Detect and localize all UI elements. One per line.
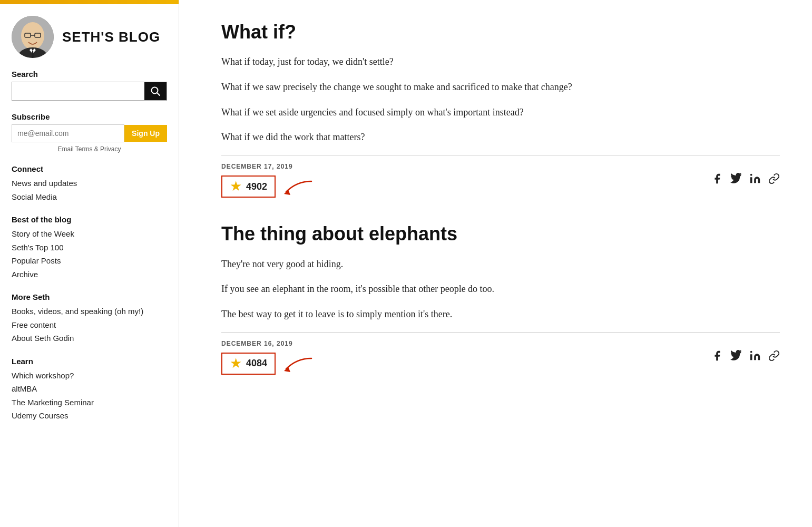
sidebar-item-seths-top-100[interactable]: Seth's Top 100 — [12, 241, 167, 255]
subscribe-section: Subscribe Sign Up Email Terms & Privacy — [12, 112, 167, 153]
sidebar-item-social-media[interactable]: Social Media — [12, 190, 167, 204]
social-icons-2 — [711, 350, 780, 365]
email-terms: Email Terms & Privacy — [12, 145, 167, 153]
post-paragraph: The best way to get it to leave is to si… — [221, 307, 780, 323]
link-icon-2[interactable] — [768, 350, 780, 365]
more-seth-label: More Seth — [12, 292, 167, 301]
post-title-2: The thing about elephants — [221, 223, 780, 245]
arrow-annotation-1 — [281, 177, 312, 196]
post-footer-2: DECEMBER 16, 2019 ★ 4084 — [221, 332, 780, 375]
email-field[interactable] — [12, 124, 124, 142]
social-icons-1 — [711, 173, 780, 188]
linkedin-icon-2[interactable] — [749, 350, 761, 365]
sidebar-item-free-content[interactable]: Free content — [12, 318, 167, 332]
star-rating-box-1[interactable]: ★ 4902 — [221, 175, 276, 198]
learn-section: Learn Which workshop? altMBA The Marketi… — [12, 357, 167, 423]
post-body-1: What if today, just for today, we didn't… — [221, 54, 780, 145]
svg-point-15 — [750, 350, 752, 353]
star-count-2: 4084 — [246, 358, 267, 369]
svg-line-9 — [157, 93, 160, 95]
star-icon-2: ★ — [230, 357, 242, 370]
search-icon — [151, 86, 160, 96]
star-count-1: 4902 — [246, 181, 267, 192]
sidebar-item-udemy[interactable]: Udemy Courses — [12, 409, 167, 423]
post-paragraph: What if today, just for today, we didn't… — [221, 54, 780, 70]
post-date-1: DECEMBER 17, 2019 — [221, 163, 312, 170]
twitter-icon-2[interactable] — [730, 350, 742, 365]
best-of-blog-label: Best of the blog — [12, 215, 167, 224]
post-body-2: They're not very good at hiding. If you … — [221, 257, 780, 323]
svg-point-12 — [750, 174, 752, 176]
sidebar-item-popular-posts[interactable]: Popular Posts — [12, 254, 167, 268]
star-rating-box-2[interactable]: ★ 4084 — [221, 353, 276, 375]
search-input[interactable] — [12, 83, 144, 100]
learn-label: Learn — [12, 357, 167, 366]
sidebar-header: SETH'S BLOG — [12, 4, 167, 70]
post-paragraph: What if we did the work that matters? — [221, 130, 780, 145]
arrow-annotation-2 — [281, 354, 312, 373]
subscribe-label: Subscribe — [12, 112, 167, 121]
post-paragraph: If you see an elephant in the room, it's… — [221, 281, 780, 297]
sidebar-item-archive[interactable]: Archive — [12, 268, 167, 281]
linkedin-icon[interactable] — [749, 173, 761, 188]
post-paragraph: What if we set aside urgencies and focus… — [221, 105, 780, 121]
main-content: What if? What if today, just for today, … — [179, 0, 811, 527]
star-icon-1: ★ — [230, 180, 242, 193]
post-footer-left: DECEMBER 17, 2019 ★ 4902 — [221, 163, 312, 198]
sidebar-item-books-videos[interactable]: Books, videos, and speaking (oh my!) — [12, 305, 167, 318]
post-date-2: DECEMBER 16, 2019 — [221, 340, 312, 347]
sidebar-item-which-workshop[interactable]: Which workshop? — [12, 369, 167, 383]
facebook-icon-2[interactable] — [711, 350, 723, 365]
signup-button[interactable]: Sign Up — [124, 125, 167, 142]
post-what-if: What if? What if today, just for today, … — [221, 21, 780, 198]
more-seth-section: More Seth Books, videos, and speaking (o… — [12, 292, 167, 345]
blog-title: SETH'S BLOG — [62, 30, 160, 45]
best-of-blog-section: Best of the blog Story of the Week Seth'… — [12, 215, 167, 281]
search-section: Search — [12, 70, 167, 101]
post-title-1: What if? — [221, 21, 780, 43]
sidebar-item-altmba[interactable]: altMBA — [12, 382, 167, 396]
link-icon[interactable] — [768, 173, 780, 188]
sidebar: SETH'S BLOG Search Subscribe Sign Up Ema… — [0, 0, 179, 527]
top-bar — [0, 0, 179, 4]
sidebar-item-marketing-seminar[interactable]: The Marketing Seminar — [12, 396, 167, 409]
sidebar-item-about-seth[interactable]: About Seth Godin — [12, 331, 167, 345]
connect-label: Connect — [12, 164, 167, 173]
facebook-icon[interactable] — [711, 173, 723, 188]
post-footer-left-2: DECEMBER 16, 2019 ★ 4084 — [221, 340, 312, 375]
sidebar-item-story-of-week[interactable]: Story of the Week — [12, 227, 167, 241]
post-paragraph: What if we saw precisely the change we s… — [221, 80, 780, 95]
post-paragraph: They're not very good at hiding. — [221, 257, 780, 272]
sidebar-item-news-updates[interactable]: News and updates — [12, 177, 167, 190]
subscribe-row: Sign Up — [12, 124, 167, 142]
search-button[interactable] — [144, 82, 167, 100]
connect-section: Connect News and updates Social Media — [12, 164, 167, 203]
svg-rect-14 — [750, 354, 752, 360]
search-label: Search — [12, 70, 167, 79]
footer-row-2: ★ 4084 — [221, 353, 312, 375]
search-row — [12, 82, 167, 101]
twitter-icon[interactable] — [730, 173, 742, 188]
avatar — [12, 16, 54, 58]
post-footer-1: DECEMBER 17, 2019 ★ 4902 — [221, 155, 780, 198]
post-elephants: The thing about elephants They're not ve… — [221, 223, 780, 374]
svg-rect-11 — [750, 177, 752, 183]
footer-row-1: ★ 4902 — [221, 175, 312, 198]
